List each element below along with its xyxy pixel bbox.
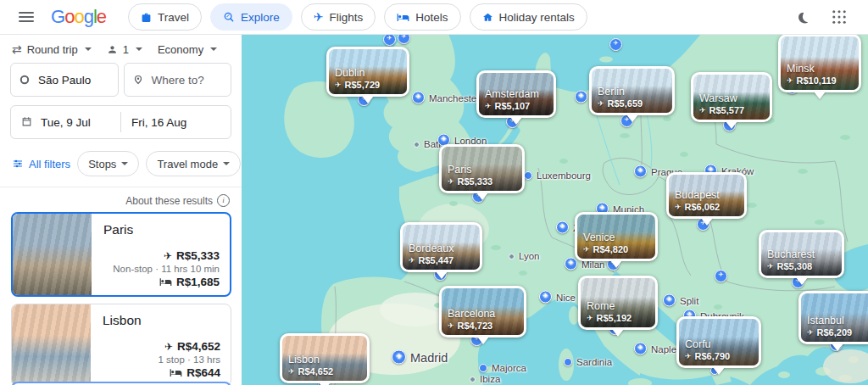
destination-photo: Berlin ✈ R$5,659 xyxy=(592,69,672,113)
destination-photo: Bucharest ✈ R$5,308 xyxy=(761,232,842,276)
map-card-barcelona[interactable]: Barcelona ✈ R$4,723 xyxy=(439,286,526,338)
map-card-i̇stanbul[interactable]: İstanbul ✈ R$6,209 xyxy=(798,291,868,344)
nav-pill-holiday-rentals[interactable]: Holiday rentals xyxy=(470,3,587,31)
hotel-price-row: R$644 xyxy=(170,366,220,379)
destination-name: Rome xyxy=(587,300,632,313)
filter-chip-stops[interactable]: Stops xyxy=(77,151,139,176)
chevron-down-icon xyxy=(136,47,142,51)
nav-pill-explore[interactable]: Explore xyxy=(210,3,292,31)
destination-name: Paris xyxy=(103,222,220,237)
departure-date-value: Tue, 9 Jul xyxy=(41,116,91,129)
filter-chip-travel-mode[interactable]: Travel mode xyxy=(146,151,241,176)
destination-photo xyxy=(13,214,92,295)
destination-photo: Minsk ✈ R$10,119 xyxy=(781,36,859,90)
top-navbar: Google Travel Explore ✈ Flights Hotels H… xyxy=(0,0,868,35)
map-card-lisbon[interactable]: Lisbon ✈ R$4,652 xyxy=(280,333,370,383)
cabin-class-dropdown[interactable]: Economy xyxy=(158,43,217,56)
map-label-text: Ibiza xyxy=(480,374,500,384)
destination-price: ✈ R$5,192 xyxy=(587,313,632,324)
apps-grid-icon[interactable] xyxy=(832,10,846,24)
origin-field[interactable]: São Paulo xyxy=(10,63,119,97)
info-icon: i xyxy=(217,194,230,207)
plane-icon: ✈ xyxy=(609,38,622,51)
briefcase-icon xyxy=(141,12,152,23)
menu-icon[interactable] xyxy=(19,12,34,22)
plane-icon: ✈ xyxy=(675,202,682,213)
google-logo[interactable]: Google xyxy=(51,6,106,28)
map-card-bucharest[interactable]: Bucharest ✈ R$5,308 xyxy=(759,230,844,278)
departure-date-field[interactable]: Tue, 9 Jul xyxy=(11,106,120,138)
city-plane-marker[interactable]: ✈ xyxy=(634,165,647,178)
map-card-warsaw[interactable]: Warsaw ✈ R$5,577 xyxy=(691,72,772,122)
plane-icon: ✈ xyxy=(685,351,692,362)
destination-price: ✈ R$5,729 xyxy=(335,80,380,91)
next-result-card-peek[interactable] xyxy=(11,382,231,385)
result-card-paris[interactable]: Paris ✈ R$5,333 Non-stop · 11 hrs 10 min… xyxy=(11,212,231,297)
logo-letter: g xyxy=(84,6,93,27)
filter-chips: Stops Travel mode Inte xyxy=(77,151,242,176)
city-plane-marker[interactable]: ✈ xyxy=(556,221,569,234)
nav-pill-hotels[interactable]: Hotels xyxy=(384,3,460,31)
map-card-venice[interactable]: Venice ✈ R$4,820 xyxy=(575,212,658,261)
city-plane-marker[interactable]: ✈ xyxy=(575,91,587,103)
city-dot-marker xyxy=(479,364,487,372)
logo-letter: G xyxy=(51,6,64,27)
destination-price: ✈ R$6,790 xyxy=(685,351,730,362)
destination-plane-marker[interactable]: ✈ xyxy=(609,38,622,51)
destination-name: Lisbon xyxy=(103,313,220,328)
plane-icon: ✈ xyxy=(767,261,774,272)
nav-pill-flights[interactable]: ✈ Flights xyxy=(301,3,376,31)
map-card-budapest[interactable]: Budapest ✈ R$6,062 xyxy=(666,172,747,219)
map-card-minsk[interactable]: Minsk ✈ R$10,119 xyxy=(778,34,861,92)
destination-name: Bucharest xyxy=(767,248,815,261)
city-plane-marker[interactable]: ✈ xyxy=(539,291,552,304)
map-card-berlin[interactable]: Berlin ✈ R$5,659 xyxy=(589,66,675,115)
destination-plane-marker[interactable]: ✈ xyxy=(715,270,727,282)
logo-letter: o xyxy=(64,6,74,27)
map-card-rome[interactable]: Rome ✈ R$5,192 xyxy=(578,276,658,330)
map-card-corfu[interactable]: Corfu ✈ R$6,790 xyxy=(676,316,761,368)
city-plane-marker[interactable]: ✈ xyxy=(663,294,676,307)
calendar-icon xyxy=(21,115,32,130)
city-plane-marker[interactable]: ✈ xyxy=(565,258,577,271)
map-card-bordeaux[interactable]: Bordeaux ✈ R$5,447 xyxy=(400,222,482,272)
dark-mode-icon[interactable] xyxy=(796,10,810,25)
result-card-lisbon[interactable]: Lisbon ✈ R$4,652 1 stop · 13 hrs R$644 xyxy=(11,304,231,385)
flight-details: 1 stop · 13 hrs xyxy=(158,354,220,365)
destination-name: İstanbul xyxy=(807,315,852,327)
search-panel: ⇄ Round trip 1 Economy São Paulo xyxy=(0,34,242,385)
town-dot-marker xyxy=(509,254,515,259)
explore-map[interactable]: ✈ManchesterBath✈London✈HamburgLuxembourg… xyxy=(242,34,868,385)
city-plane-marker[interactable]: ✈ xyxy=(412,92,425,104)
city-plane-marker[interactable]: ✈ xyxy=(392,350,406,365)
logo-letter: o xyxy=(74,6,83,27)
plane-icon: ✈ xyxy=(314,11,324,23)
passengers-dropdown[interactable]: 1 xyxy=(107,43,142,56)
chevron-down-icon xyxy=(121,162,128,165)
town-dot-marker xyxy=(414,142,420,148)
plane-icon: ✈ xyxy=(598,98,604,109)
about-these-results[interactable]: About these results i xyxy=(0,194,230,207)
destination-plane-marker[interactable]: ✈ xyxy=(383,34,396,46)
plane-icon: ✈ xyxy=(164,341,173,353)
tune-icon xyxy=(12,159,24,169)
map-card-paris[interactable]: Paris ✈ R$5,333 xyxy=(439,144,525,193)
destination-price: ✈ R$10,119 xyxy=(787,75,837,86)
all-filters-button[interactable]: All filters xyxy=(12,158,70,170)
bed-icon xyxy=(170,368,182,377)
destination-name: Dublin xyxy=(335,67,380,80)
city-plane-marker[interactable]: ✈ xyxy=(634,343,647,355)
return-date-field[interactable]: Fri, 16 Aug xyxy=(121,106,231,138)
plane-icon: ✈ xyxy=(715,270,727,282)
town-dot-marker xyxy=(470,377,476,382)
trip-type-dropdown[interactable]: ⇄ Round trip xyxy=(12,42,92,56)
destination-name: Berlin xyxy=(598,86,643,98)
map-card-amsterdam[interactable]: Amsterdam ✈ R$5,107 xyxy=(476,70,556,118)
destination-field[interactable]: Where to? xyxy=(124,63,232,97)
map-card-dublin[interactable]: Dublin ✈ R$5,729 xyxy=(326,47,409,97)
destination-photo: Venice ✈ R$4,820 xyxy=(577,215,655,259)
plane-icon: ✈ xyxy=(398,34,410,44)
destination-name: Barcelona xyxy=(448,308,495,321)
nav-pill-travel[interactable]: Travel xyxy=(128,3,202,31)
destination-plane-marker[interactable]: ✈ xyxy=(398,34,410,44)
